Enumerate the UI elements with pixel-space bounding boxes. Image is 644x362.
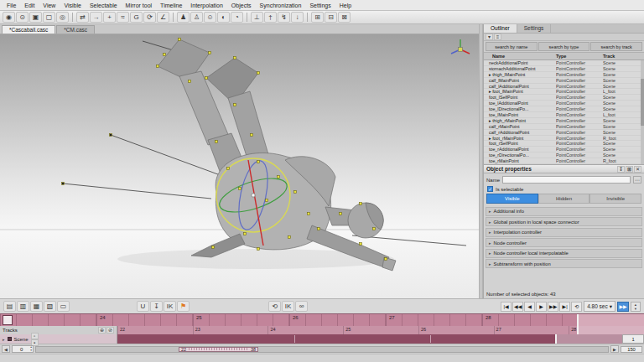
outliner-row[interactable]: toe_lDirectionalPo...PointControllerScen… [484, 106, 644, 112]
scene-track-bar[interactable] [117, 334, 622, 344]
scroll-left-button[interactable]: ◀ [2, 345, 10, 353]
move-tool-icon[interactable]: + [103, 12, 116, 23]
gravity-drop-icon[interactable]: ↓ [291, 12, 304, 23]
step-back-icon[interactable]: ◀ [524, 302, 535, 312]
panel-layout-c-icon[interactable]: ⊠ [338, 12, 351, 23]
search-by-track-button[interactable]: search by track [590, 42, 642, 51]
outliner-row[interactable]: stomachAdditionalPointPointControllerSce… [484, 66, 644, 72]
jump-to-start-icon[interactable]: |◀ [501, 302, 512, 312]
loop-playback-icon[interactable]: ⟲ [571, 302, 582, 312]
arrow-select-icon[interactable]: → [90, 12, 102, 23]
section-node-controller[interactable]: ▸Node controller [486, 238, 642, 247]
ruler-frame-28[interactable]: 28 [482, 314, 579, 326]
timeline-scroll-handle[interactable]: 22 38 [179, 347, 258, 352]
search-by-type-button[interactable]: search by type [538, 42, 590, 51]
outliner-row[interactable]: neckAdditionalPointPointControllerScene [484, 60, 644, 66]
menu-visible[interactable]: Visible [60, 2, 86, 9]
onion-skin-icon[interactable]: ◔ [231, 12, 243, 23]
timeline-ruler-row[interactable]: 232425262728 [0, 313, 644, 326]
column-track[interactable]: Track [603, 54, 644, 59]
pin-panel-icon[interactable]: ↧ [617, 166, 625, 173]
step-forward-icon[interactable]: ▶▶ [548, 302, 558, 312]
column-name[interactable]: Name [484, 54, 556, 59]
panel-layout-b-icon[interactable]: ⊟ [325, 12, 337, 23]
outliner-row[interactable]: foot_lSelfPointPointControllerScene [484, 95, 644, 101]
outliner-row[interactable]: ▸ foot_rMainPointPointControllerR_foot [484, 136, 644, 142]
outliner-scrollbar[interactable] [641, 60, 644, 164]
panel-tab-outliner[interactable]: Outliner [484, 24, 517, 33]
flag-marker-icon[interactable]: ⚑ [177, 301, 190, 312]
graph-editor-icon[interactable]: G [130, 12, 143, 23]
scene-track-label[interactable]: ▸ Scene ▫▪ [0, 334, 117, 344]
document-tab-cm-casc[interactable]: *CM.casc [56, 25, 95, 34]
trajectory-tool-icon[interactable]: ≈ [117, 12, 129, 23]
outliner-row[interactable]: calf_rMainPointPointControllerScene [484, 124, 644, 130]
add-key-icon[interactable]: ⊕ [98, 327, 106, 334]
outliner-row[interactable]: ▸ thigh_rMainPointPointControllerScene [484, 118, 644, 124]
realtime-play-button[interactable]: ▶▶ [617, 302, 629, 312]
chevron-right-icon[interactable]: ▸ [3, 337, 5, 342]
ground-contact-icon[interactable]: ⊥ [251, 12, 263, 23]
filter-menu-icon[interactable]: ▾ [486, 34, 493, 40]
section-subtransform-with-position[interactable]: ▸Subtransform with position [486, 259, 642, 268]
menu-settings[interactable]: Settings [305, 2, 335, 9]
select-sphere-mode-icon[interactable]: ⊙ [16, 12, 29, 23]
ruler-frame-23[interactable]: 23 [0, 314, 96, 326]
timeline-scrollbar[interactable]: 22 38 [35, 346, 609, 353]
ruler-frame-25[interactable]: 25 [193, 314, 289, 326]
menu-interpolation[interactable]: Interpolation [186, 2, 227, 9]
tpose-reset-icon[interactable]: † [264, 12, 277, 23]
outliner-row[interactable]: toe_lAdditionalPointPointControllerScene [484, 101, 644, 106]
angle-snap-icon[interactable]: ∠ [157, 12, 169, 23]
duplicate-track-icon[interactable]: ▦ [30, 301, 43, 312]
keyframe-marker[interactable] [430, 335, 431, 343]
mirror-pose-icon[interactable]: ◐ [217, 12, 230, 23]
menu-synchronization[interactable]: Synchronization [256, 2, 306, 9]
outliner-row[interactable]: ▸ foot_lMainPointPointControllerL_foot [484, 89, 644, 95]
more-button[interactable]: ⋯ [633, 176, 641, 184]
open-scene-folder-icon[interactable]: ▭ [57, 301, 70, 312]
section-additional-info[interactable]: ▸Additional info [486, 207, 642, 216]
visibility-invisible[interactable]: Invisible [589, 194, 641, 204]
menu-view[interactable]: View [39, 2, 60, 9]
menu-file[interactable]: File [3, 2, 20, 9]
section-global-position-in-local-space-connector[interactable]: ▸Global position in local space connecto… [486, 217, 642, 226]
menu-timeline[interactable]: Timeline [156, 2, 186, 9]
outliner-row[interactable]: toe_rMainPointPointControllerR_foot [484, 158, 644, 164]
outliner-row[interactable]: calf_rAdditionalPointPointControllerScen… [484, 130, 644, 136]
outliner-row[interactable]: calf_lMainPointPointControllerScene [484, 78, 644, 84]
lock-tracks-icon[interactable]: ⊘ [106, 327, 114, 334]
scroll-right-button[interactable]: ▶ [610, 345, 619, 353]
menu-objects[interactable]: Objects [227, 2, 256, 9]
viewport-3d[interactable] [0, 34, 479, 298]
selectable-checkbox[interactable]: ✓ [487, 186, 493, 192]
stepper-down-icon[interactable]: ▾ [635, 307, 636, 311]
playhead[interactable] [3, 315, 13, 325]
ghost-skin-icon[interactable]: ☺ [204, 12, 216, 23]
menu-edit[interactable]: Edit [20, 2, 39, 9]
spinner-arrows[interactable]: ▴▾ [30, 346, 33, 352]
overview-frame-24[interactable]: 24 [267, 326, 343, 334]
link-interval-icon[interactable]: ∞ [295, 301, 308, 312]
time-display[interactable]: 4.80 sec ▾ [584, 301, 615, 312]
character-mode-icon[interactable]: ♙ [190, 12, 203, 23]
overview-ruler-area[interactable]: 22232425262728 [117, 326, 644, 334]
rotate-tool-icon[interactable]: ⟳ [143, 12, 156, 23]
frame-offset-spinner[interactable]: 0 ▴▾ [12, 345, 34, 353]
frame-stepper[interactable]: ▴ ▾ [631, 302, 641, 312]
close-panel-icon[interactable]: ✕ [634, 166, 641, 173]
pin-track-icon[interactable]: ↧ [150, 301, 163, 312]
panel-tab-settings[interactable]: Settings [517, 24, 552, 33]
previous-keyframe-icon[interactable]: ◀◀ [512, 302, 523, 312]
outliner-row[interactable]: ▸ thigh_lMainPointPointControllerScene [484, 72, 644, 78]
ik-mode-icon[interactable]: IK [164, 301, 176, 312]
zoom-start-field[interactable]: 1 [622, 334, 644, 344]
outliner-row[interactable]: foot_rSelfPointPointControllerScene [484, 141, 644, 147]
track-solo-icon[interactable]: ▫ [31, 333, 39, 339]
select-rect-mode-icon[interactable]: ▢ [43, 12, 55, 23]
menu-help[interactable]: Help [335, 2, 356, 9]
section-node-controller-local-interpolatable[interactable]: ▸Node controller local interpolatable [486, 249, 642, 258]
add-track-icon[interactable]: ▤ [3, 301, 16, 312]
ik-interval-icon[interactable]: IK [282, 301, 294, 312]
magnet-snap-icon[interactable]: U [137, 301, 149, 312]
